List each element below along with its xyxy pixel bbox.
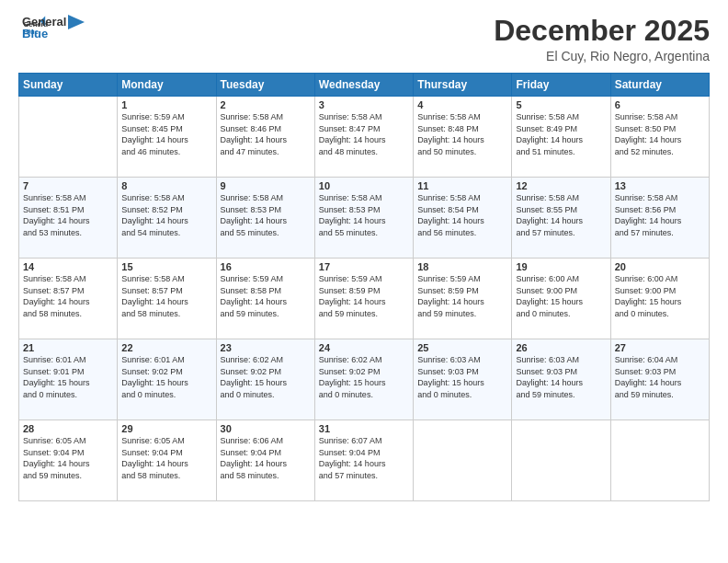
- day-info: Sunrise: 6:01 AM Sunset: 9:01 PM Dayligh…: [23, 354, 113, 400]
- day-number: 21: [23, 342, 113, 353]
- weekday-header-monday: Monday: [118, 74, 216, 97]
- day-info: Sunrise: 5:59 AM Sunset: 8:59 PM Dayligh…: [319, 273, 409, 319]
- calendar-cell: 5Sunrise: 5:58 AM Sunset: 8:49 PM Daylig…: [512, 97, 610, 178]
- day-number: 30: [221, 423, 311, 434]
- day-number: 24: [319, 342, 409, 353]
- calendar-cell: 23Sunrise: 6:02 AM Sunset: 9:02 PM Dayli…: [216, 339, 314, 420]
- weekday-header-saturday: Saturday: [610, 74, 709, 97]
- calendar-cell: 8Sunrise: 5:58 AM Sunset: 8:52 PM Daylig…: [118, 178, 216, 259]
- day-number: 6: [615, 99, 705, 110]
- page: General Blue General Blue December 2025 …: [0, 0, 728, 563]
- day-info: Sunrise: 5:58 AM Sunset: 8:48 PM Dayligh…: [417, 111, 507, 157]
- weekday-header-tuesday: Tuesday: [216, 74, 314, 97]
- calendar-cell: 10Sunrise: 5:58 AM Sunset: 8:53 PM Dayli…: [314, 178, 413, 259]
- weekday-header-thursday: Thursday: [414, 74, 512, 97]
- day-info: Sunrise: 5:58 AM Sunset: 8:46 PM Dayligh…: [221, 111, 311, 157]
- day-info: Sunrise: 5:58 AM Sunset: 8:51 PM Dayligh…: [23, 192, 113, 238]
- day-info: Sunrise: 6:02 AM Sunset: 9:02 PM Dayligh…: [221, 354, 311, 400]
- week-row-3: 14Sunrise: 5:58 AM Sunset: 8:57 PM Dayli…: [19, 259, 710, 339]
- day-info: Sunrise: 6:05 AM Sunset: 9:04 PM Dayligh…: [23, 435, 113, 481]
- calendar-cell: 16Sunrise: 5:59 AM Sunset: 8:58 PM Dayli…: [216, 259, 314, 339]
- logo-flag-icon: [68, 15, 85, 35]
- calendar-cell: 11Sunrise: 5:58 AM Sunset: 8:54 PM Dayli…: [414, 178, 512, 259]
- calendar-cell: 20Sunrise: 6:00 AM Sunset: 9:00 PM Dayli…: [610, 259, 709, 339]
- calendar-cell: 25Sunrise: 6:03 AM Sunset: 9:03 PM Dayli…: [414, 339, 512, 420]
- calendar-cell: 2Sunrise: 5:58 AM Sunset: 8:46 PM Daylig…: [216, 97, 314, 178]
- calendar-cell: 6Sunrise: 5:58 AM Sunset: 8:50 PM Daylig…: [610, 97, 709, 178]
- day-info: Sunrise: 6:03 AM Sunset: 9:03 PM Dayligh…: [516, 354, 606, 400]
- calendar-cell: 15Sunrise: 5:58 AM Sunset: 8:57 PM Dayli…: [118, 259, 216, 339]
- calendar-cell: 18Sunrise: 5:59 AM Sunset: 8:59 PM Dayli…: [414, 259, 512, 339]
- day-info: Sunrise: 5:59 AM Sunset: 8:45 PM Dayligh…: [121, 111, 211, 157]
- calendar-cell: 4Sunrise: 5:58 AM Sunset: 8:48 PM Daylig…: [414, 97, 512, 178]
- day-number: 26: [516, 342, 606, 353]
- day-info: Sunrise: 6:07 AM Sunset: 9:04 PM Dayligh…: [319, 435, 409, 481]
- day-number: 12: [516, 180, 606, 191]
- day-number: 5: [516, 99, 606, 110]
- day-number: 19: [516, 261, 606, 272]
- day-number: 11: [417, 180, 507, 191]
- svg-marker-4: [68, 15, 85, 29]
- calendar-cell: 7Sunrise: 5:58 AM Sunset: 8:51 PM Daylig…: [19, 178, 118, 259]
- day-info: Sunrise: 6:00 AM Sunset: 9:00 PM Dayligh…: [615, 273, 705, 319]
- logo-blue: Blue: [22, 27, 66, 40]
- month-title: December 2025: [494, 15, 710, 47]
- week-row-4: 21Sunrise: 6:01 AM Sunset: 9:01 PM Dayli…: [19, 339, 710, 420]
- calendar-cell: 29Sunrise: 6:05 AM Sunset: 9:04 PM Dayli…: [118, 420, 216, 501]
- day-info: Sunrise: 5:59 AM Sunset: 8:58 PM Dayligh…: [221, 273, 311, 319]
- calendar-cell: 28Sunrise: 6:05 AM Sunset: 9:04 PM Dayli…: [19, 420, 118, 501]
- day-info: Sunrise: 6:00 AM Sunset: 9:00 PM Dayligh…: [516, 273, 606, 319]
- day-number: 1: [121, 99, 211, 110]
- day-number: 16: [221, 261, 311, 272]
- day-number: 13: [615, 180, 705, 191]
- logo: General Blue General Blue: [18, 15, 85, 40]
- week-row-1: 1Sunrise: 5:59 AM Sunset: 8:45 PM Daylig…: [19, 97, 710, 178]
- day-number: 15: [121, 261, 211, 272]
- calendar-cell: 14Sunrise: 5:58 AM Sunset: 8:57 PM Dayli…: [19, 259, 118, 339]
- location: El Cuy, Rio Negro, Argentina: [494, 49, 710, 63]
- day-info: Sunrise: 5:58 AM Sunset: 8:49 PM Dayligh…: [516, 111, 606, 157]
- day-number: 27: [615, 342, 705, 353]
- calendar-cell: 9Sunrise: 5:58 AM Sunset: 8:53 PM Daylig…: [216, 178, 314, 259]
- calendar-cell: 3Sunrise: 5:58 AM Sunset: 8:47 PM Daylig…: [314, 97, 413, 178]
- day-number: 20: [615, 261, 705, 272]
- day-info: Sunrise: 6:05 AM Sunset: 9:04 PM Dayligh…: [121, 435, 211, 481]
- day-number: 31: [319, 423, 409, 434]
- day-number: 7: [23, 180, 113, 191]
- calendar-cell: 17Sunrise: 5:59 AM Sunset: 8:59 PM Dayli…: [314, 259, 413, 339]
- calendar-cell: 21Sunrise: 6:01 AM Sunset: 9:01 PM Dayli…: [19, 339, 118, 420]
- calendar-cell: 12Sunrise: 5:58 AM Sunset: 8:55 PM Dayli…: [512, 178, 610, 259]
- day-number: 3: [319, 99, 409, 110]
- day-number: 22: [121, 342, 211, 353]
- week-row-2: 7Sunrise: 5:58 AM Sunset: 8:51 PM Daylig…: [19, 178, 710, 259]
- day-info: Sunrise: 6:02 AM Sunset: 9:02 PM Dayligh…: [319, 354, 409, 400]
- day-info: Sunrise: 6:01 AM Sunset: 9:02 PM Dayligh…: [121, 354, 211, 400]
- calendar-cell: [19, 97, 118, 178]
- day-number: 8: [121, 180, 211, 191]
- day-info: Sunrise: 6:06 AM Sunset: 9:04 PM Dayligh…: [221, 435, 311, 481]
- day-number: 25: [417, 342, 507, 353]
- weekday-header-wednesday: Wednesday: [314, 74, 413, 97]
- day-info: Sunrise: 5:58 AM Sunset: 8:52 PM Dayligh…: [121, 192, 211, 238]
- day-number: 28: [23, 423, 113, 434]
- weekday-header-friday: Friday: [512, 74, 610, 97]
- day-info: Sunrise: 6:03 AM Sunset: 9:03 PM Dayligh…: [417, 354, 507, 400]
- calendar-cell: [610, 420, 709, 501]
- calendar-cell: 19Sunrise: 6:00 AM Sunset: 9:00 PM Dayli…: [512, 259, 610, 339]
- week-row-5: 28Sunrise: 6:05 AM Sunset: 9:04 PM Dayli…: [19, 420, 710, 501]
- calendar-cell: 30Sunrise: 6:06 AM Sunset: 9:04 PM Dayli…: [216, 420, 314, 501]
- day-info: Sunrise: 6:04 AM Sunset: 9:03 PM Dayligh…: [615, 354, 705, 400]
- day-info: Sunrise: 5:58 AM Sunset: 8:47 PM Dayligh…: [319, 111, 409, 157]
- day-number: 9: [221, 180, 311, 191]
- day-info: Sunrise: 5:58 AM Sunset: 8:54 PM Dayligh…: [417, 192, 507, 238]
- weekday-header-sunday: Sunday: [19, 74, 118, 97]
- calendar-cell: 26Sunrise: 6:03 AM Sunset: 9:03 PM Dayli…: [512, 339, 610, 420]
- day-number: 14: [23, 261, 113, 272]
- day-info: Sunrise: 5:58 AM Sunset: 8:53 PM Dayligh…: [319, 192, 409, 238]
- day-info: Sunrise: 5:58 AM Sunset: 8:57 PM Dayligh…: [121, 273, 211, 319]
- day-info: Sunrise: 5:58 AM Sunset: 8:56 PM Dayligh…: [615, 192, 705, 238]
- calendar-table: SundayMondayTuesdayWednesdayThursdayFrid…: [18, 73, 710, 501]
- day-number: 23: [221, 342, 311, 353]
- day-number: 29: [121, 423, 211, 434]
- title-block: December 2025 El Cuy, Rio Negro, Argenti…: [494, 15, 710, 63]
